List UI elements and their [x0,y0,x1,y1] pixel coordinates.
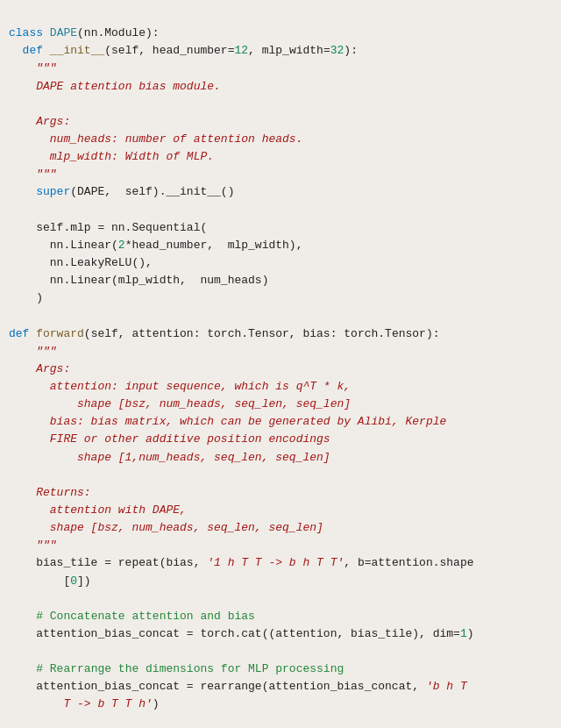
code-text [9,432,50,446]
code-text [9,486,36,499]
keyword-def: def [23,44,43,57]
code-editor: class DAPE(nn.Module): def __init__(self… [0,0,561,728]
code-text: attention_bias_concat = torch.cat((atten… [9,627,460,640]
code-text [9,451,77,464]
string-literal: attention: input sequence, which is q^T … [50,380,351,393]
string-literal: num_heads: number of attention heads. [50,132,303,146]
code-text [9,521,50,534]
string-literal: FIRE or other additive position encoding… [50,432,330,446]
code-text [9,362,36,375]
builtin-super: super [36,185,70,198]
string-literal: """ [36,168,56,181]
string-literal: Args: [36,362,70,375]
number-literal: 2 [118,239,125,252]
code-text [9,539,36,552]
comment-concatenate: # Concatenate attention and bias [36,610,255,623]
number-literal: 12 [234,44,248,57]
class-name: DAPE [50,26,77,39]
string-literal: shape [bsz, num_heads, seq_len, seq_len] [50,521,323,534]
code-text [9,397,77,410]
string-literal: Returns: [36,486,90,499]
string-literal: Args: [36,115,70,128]
code-text [9,150,50,163]
code-text: (self, head_number= [104,44,234,57]
code-text: , mlp_width= [248,44,330,57]
keyword-def: def [9,327,29,340]
code-text [9,80,36,93]
number-literal: 1 [460,627,467,640]
code-text: attention_bias_concat = rearrange(attent… [9,680,426,693]
code-text [43,44,50,57]
string-literal: shape [1,num_heads, seq_len, seq_len] [77,451,330,464]
code-text [9,503,50,517]
code-text [9,168,36,181]
string-literal: """ [36,61,56,75]
string-literal: shape [bsz, num_heads, seq_len, seq_len] [77,397,351,410]
string-literal-einops: '1 h T T -> b h T T' [207,556,344,569]
number-literal: 0 [70,575,77,588]
keyword-class: class [9,26,43,39]
string-literal: DAPE attention bias module. [36,80,221,93]
string-literal: """ [36,345,56,358]
string-literal: """ [36,539,56,552]
function-name: forward [36,327,84,340]
code-text [9,185,36,198]
code-text [43,26,50,39]
code-text [9,132,50,146]
string-literal: mlp_width: Width of MLP. [50,150,214,163]
comment-rearrange-dims: # Rearrange the dimensions for MLP proce… [36,662,344,675]
code-text: bias_tile = repeat(bias, [9,556,207,569]
number-literal: 32 [330,44,344,57]
string-literal: attention with DAPE, [50,503,187,517]
function-name: __init__ [50,44,104,57]
code-text [9,380,50,393]
code-text [9,415,50,428]
string-literal: bias: bias matrix, which can be generate… [50,415,446,428]
code-text [9,115,36,128]
